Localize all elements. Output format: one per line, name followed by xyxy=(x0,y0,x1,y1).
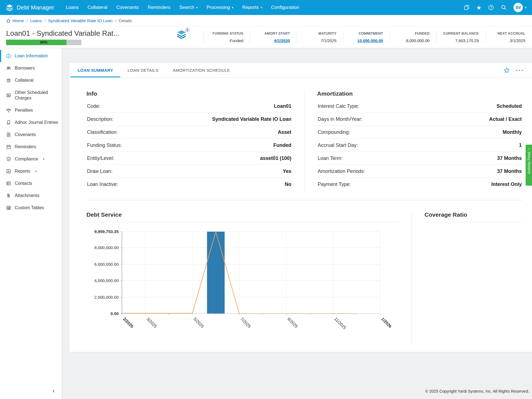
sidebar-item-other-scheduled-charges[interactable]: Other Scheduled Charges xyxy=(0,86,62,104)
search-icon[interactable] xyxy=(501,4,507,11)
section-divider xyxy=(86,200,522,200)
info-section: Info Code: Loan01 Description: Syndicate… xyxy=(86,90,305,191)
pages-icon[interactable] xyxy=(464,4,470,11)
info-title: Info xyxy=(86,90,292,97)
sidebar-item-attachments[interactable]: Attachments xyxy=(0,190,62,202)
commitment-link[interactable]: 10,000,000.00 xyxy=(350,39,383,43)
info-row-description: Description: Syndicated Variable Rate IO… xyxy=(86,113,292,126)
sidebar-collapse-button[interactable]: ‹ xyxy=(0,384,62,399)
sidebar-item-reminders[interactable]: Reminders xyxy=(0,141,62,153)
count-badge: 2 xyxy=(185,27,190,33)
caret-down-icon: ▾ xyxy=(525,6,526,9)
activity-feed-label: Activity Feed xyxy=(527,152,531,174)
svg-text:7/2025: 7/2025 xyxy=(240,316,252,329)
svg-text:2/2025: 2/2025 xyxy=(122,316,134,329)
amort-row-accrual-start-day: Accrual Start Day: 1 xyxy=(317,139,523,152)
sidebar-item-adhoc-journal-entries[interactable]: Adhoc Journal Entries xyxy=(0,116,62,129)
home-icon xyxy=(6,19,11,23)
people-icon xyxy=(6,66,11,71)
stat-funding-status: FUNDING STATUS Funded xyxy=(203,31,250,43)
page-title: Loan01 - Syndicated Variable Rat... xyxy=(6,29,139,38)
table-icon xyxy=(6,205,11,210)
tab-amortization-schedule[interactable]: AMORTIZATION SCHEDULE xyxy=(166,63,237,77)
app-logo[interactable]: Debt Manager xyxy=(6,4,54,12)
shield-check-icon xyxy=(6,157,11,162)
breadcrumb-home[interactable]: Home xyxy=(6,18,24,23)
topnav-actions: ★ SV ▾ xyxy=(464,3,526,12)
breadcrumb-loans[interactable]: Loans xyxy=(30,18,42,23)
svg-text:6,000,000.00: 6,000,000.00 xyxy=(94,262,119,267)
svg-text:3/2025: 3/2025 xyxy=(146,316,158,329)
activity-feed-tab[interactable]: ‹ Activity Feed xyxy=(526,145,532,186)
sidebar: Loan Information Borrowers Collateral Ot… xyxy=(0,48,62,399)
bank-icon xyxy=(6,78,11,83)
nav-collateral[interactable]: Collateral xyxy=(83,0,112,15)
stat-maturity: MATURITY 7/1/2025 xyxy=(296,31,343,43)
app-title: Debt Manager xyxy=(17,4,54,11)
user-menu[interactable]: SV ▾ xyxy=(513,3,526,12)
main-panel: LOAN SUMMARY LOAN DETAILS AMORTIZATION S… xyxy=(62,48,532,399)
loan-stack-button[interactable]: 2 xyxy=(176,30,187,40)
card-body: Info Code: Loan01 Description: Syndicate… xyxy=(69,78,532,352)
tab-loan-details[interactable]: LOAN DETAILS xyxy=(120,63,165,77)
debt-service-title: Debt Service xyxy=(86,211,399,222)
svg-text:8,000,000.00: 8,000,000.00 xyxy=(94,245,119,250)
coverage-ratio-title: Coverage Ratio xyxy=(424,211,522,222)
breadcrumb: Home / Loans / Syndicated Variable Rate … xyxy=(0,15,532,27)
svg-text:11/2025: 11/2025 xyxy=(333,316,347,330)
main-menu: Loans Collateral Covenants Reminders Sea… xyxy=(61,0,303,15)
stat-next-accrual: NEXT ACCRUAL 3/1/2025 xyxy=(485,31,532,43)
loan-title-block: Loan01 - Syndicated Variable Rat... 80% xyxy=(6,29,139,45)
nav-search[interactable]: Search▾ xyxy=(175,0,202,15)
coverage-ratio-section: Coverage Ratio xyxy=(411,211,522,342)
copyright-footer: © 2025 Copyright Yardi Systems, Inc. All… xyxy=(69,385,532,399)
sidebar-item-custom-tables[interactable]: Custom Tables xyxy=(0,202,62,214)
chevron-right-icon: › xyxy=(35,169,37,174)
charts-section: Debt Service 9,959,753.358,000,000.006,0… xyxy=(86,211,522,342)
info-icon xyxy=(6,53,11,58)
svg-text:4,000,000.00: 4,000,000.00 xyxy=(94,278,119,283)
svg-text:0.00: 0.00 xyxy=(111,311,119,316)
sidebar-item-collateral[interactable]: Collateral xyxy=(0,74,62,86)
nav-covenants[interactable]: Covenants xyxy=(112,0,143,15)
nav-reports[interactable]: Reports▾ xyxy=(238,0,267,15)
amort-row-interest-calc-type: Interest Calc Type: Scheduled xyxy=(317,100,523,113)
sidebar-item-borrowers[interactable]: Borrowers xyxy=(0,62,62,74)
svg-text:2,000,000.00: 2,000,000.00 xyxy=(94,295,119,300)
nav-processing[interactable]: Processing▾ xyxy=(202,0,238,15)
sidebar-item-loan-information[interactable]: Loan Information xyxy=(0,50,62,62)
breadcrumb-loan-name[interactable]: Syndicated Variable Rate IO Loan xyxy=(48,18,112,23)
amortization-title: Amortization xyxy=(317,90,523,97)
sidebar-item-covenants[interactable]: Covenants xyxy=(0,129,62,141)
info-row-loan-inactive: Loan Inactive: No xyxy=(86,178,292,191)
chevron-right-icon: › xyxy=(43,157,44,162)
loan-stats: FUNDING STATUS Funded AMORT START 6/1/20… xyxy=(203,31,532,43)
chevron-left-icon: ‹ xyxy=(528,147,530,150)
amort-start-link[interactable]: 6/1/2020 xyxy=(257,39,290,43)
avatar: SV xyxy=(513,3,523,12)
scales-icon xyxy=(6,108,11,113)
svg-text:9/2025: 9/2025 xyxy=(287,316,299,329)
caret-down-icon: ▾ xyxy=(232,6,234,9)
sidebar-item-contacts[interactable]: Contacts xyxy=(0,177,62,190)
nav-reminders[interactable]: Reminders xyxy=(143,0,175,15)
info-row-draw-loan: Draw Loan: Yes xyxy=(86,165,292,178)
favorite-star-icon[interactable] xyxy=(503,67,510,73)
summary-grid: Info Code: Loan01 Description: Syndicate… xyxy=(86,90,522,191)
caret-down-icon: ▾ xyxy=(261,6,262,9)
breadcrumb-current: Details xyxy=(119,18,132,23)
nav-configuration[interactable]: Configuration xyxy=(267,0,303,15)
help-icon[interactable] xyxy=(488,4,494,11)
contact-card-icon xyxy=(6,181,11,186)
stat-amort-start: AMORT START 6/1/2020 xyxy=(250,31,296,43)
info-row-code: Code: Loan01 xyxy=(86,100,292,113)
breadcrumb-separator: / xyxy=(44,18,45,23)
tab-loan-summary[interactable]: LOAN SUMMARY xyxy=(70,63,120,77)
sidebar-item-penalties[interactable]: Penalties xyxy=(0,104,62,116)
top-navigation: Debt Manager Loans Collateral Covenants … xyxy=(0,0,532,15)
favorites-star-icon[interactable]: ★ xyxy=(476,5,482,11)
nav-loans[interactable]: Loans xyxy=(61,0,83,15)
amort-row-amortization-periods: Amortization Periods: 37 Months xyxy=(317,165,523,178)
sidebar-item-reports[interactable]: Reports › xyxy=(0,165,62,177)
sidebar-item-compliance[interactable]: Compliance › xyxy=(0,153,62,165)
